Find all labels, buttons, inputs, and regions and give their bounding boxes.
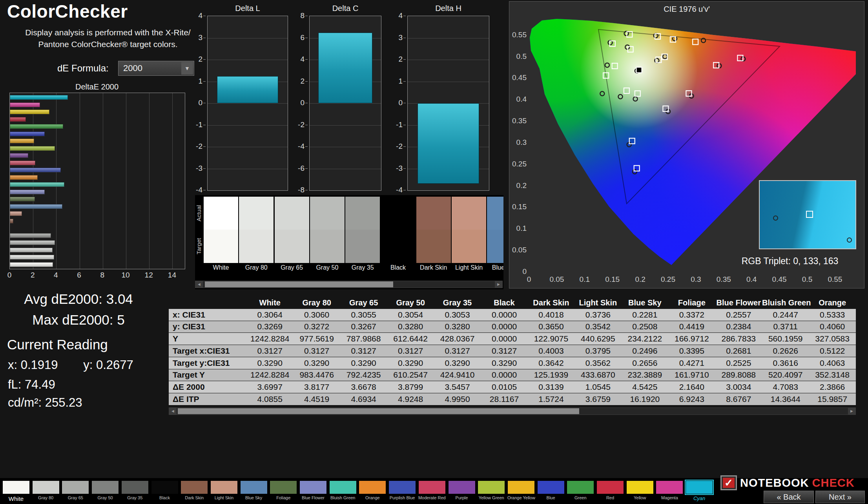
patch-button[interactable]: Foliage <box>270 480 297 500</box>
patch-color[interactable] <box>62 480 89 494</box>
patch-color[interactable] <box>181 480 208 494</box>
max-de2000: Max dE2000: 5 <box>12 310 145 331</box>
cie-y-tick: 0 <box>509 267 527 276</box>
table-scrollbar[interactable] <box>169 407 856 415</box>
patch-color[interactable] <box>270 480 297 494</box>
de-formula-value: 2000 <box>123 63 142 73</box>
table-cell: 0.3650 <box>528 322 574 331</box>
actual-swatch <box>275 197 309 230</box>
deltae-bar <box>10 161 35 165</box>
table-cell: 2.1640 <box>668 382 715 392</box>
axis-tick-mark <box>305 59 308 60</box>
axis-tick-mark <box>403 59 406 60</box>
table-cell: 0.4018 <box>528 310 574 320</box>
table-column-header: Gray 50 <box>387 298 434 307</box>
scroll-left-icon[interactable] <box>195 281 203 288</box>
deltae-bar <box>10 190 45 194</box>
patch-color[interactable] <box>478 480 505 494</box>
patch-button[interactable]: Green <box>567 480 594 500</box>
swatch-strip-scrollbar[interactable] <box>195 281 503 288</box>
scroll-left-icon[interactable] <box>169 408 177 415</box>
cie-whitepoint-marker <box>636 67 642 73</box>
patch-color[interactable] <box>537 480 565 494</box>
patch-button[interactable]: Purplish Blue <box>388 480 416 500</box>
delta-bar <box>318 33 372 103</box>
patch-color[interactable] <box>210 480 238 494</box>
patch-label: Red <box>596 495 624 500</box>
table-cell: 612.6442 <box>387 334 434 343</box>
cie-x-tick: 0.2 <box>629 275 652 284</box>
deltae-bar <box>10 95 68 100</box>
patch-button[interactable]: Gray 65 <box>62 480 89 500</box>
patch-button[interactable]: Moderate Red <box>418 480 446 500</box>
scrollbar-thumb[interactable] <box>205 281 393 287</box>
patch-color[interactable] <box>686 480 713 494</box>
table-cell: 3.6678 <box>340 382 387 392</box>
patch-button[interactable]: White <box>2 480 30 502</box>
cie-zoom-inset <box>759 180 856 249</box>
patch-color[interactable] <box>656 480 683 494</box>
patch-color[interactable] <box>388 480 416 494</box>
patch-color[interactable] <box>507 480 535 494</box>
patch-button[interactable]: Blue Flower <box>299 480 327 500</box>
target-row-label: Target <box>195 230 203 263</box>
patch-button[interactable]: Black <box>151 480 179 500</box>
patch-button[interactable]: Magenta <box>656 480 683 500</box>
patch-button[interactable]: Orange <box>359 480 386 500</box>
table-cell: 983.4476 <box>293 370 340 380</box>
patch-button[interactable]: Bluish Green <box>329 480 357 500</box>
patch-button[interactable]: Blue <box>537 480 565 500</box>
patch-color[interactable] <box>626 480 654 494</box>
patch-color[interactable] <box>418 480 446 494</box>
scrollbar-thumb[interactable] <box>178 408 579 414</box>
patch-button[interactable]: Yellow <box>626 480 654 500</box>
table-cell: 3.5457 <box>434 382 481 392</box>
axis-tick-mark <box>305 190 308 190</box>
patch-button[interactable]: Gray 80 <box>32 480 60 500</box>
patch-button[interactable]: Gray 50 <box>91 480 119 500</box>
table-column-header: Blue Sky <box>622 298 668 307</box>
table-column-header: Light Skin <box>574 298 621 307</box>
delta-axis-tick: 2 <box>187 55 202 64</box>
patch-button[interactable]: Cyan <box>686 480 713 501</box>
patch-color[interactable] <box>448 480 476 494</box>
patch-color[interactable] <box>2 480 30 494</box>
deltae-bar <box>10 139 34 143</box>
patch-color[interactable] <box>596 480 624 494</box>
patch-button[interactable]: Red <box>596 480 624 500</box>
scroll-right-icon[interactable] <box>848 408 855 415</box>
scroll-right-icon[interactable] <box>495 281 502 288</box>
patch-button[interactable]: Blue Sky <box>240 480 268 500</box>
table-cell: 520.4097 <box>762 370 809 380</box>
table-cell: 0.0000 <box>481 370 527 380</box>
patch-color[interactable] <box>32 480 60 494</box>
cie-x-tick: 0.55 <box>823 275 847 284</box>
axis-tick-mark <box>203 168 206 169</box>
actual-swatch <box>204 197 238 230</box>
patch-color[interactable] <box>567 480 594 494</box>
patch-color[interactable] <box>151 480 179 494</box>
delta-axis-tick: 8 <box>289 11 305 20</box>
patch-color[interactable] <box>359 480 386 494</box>
patch-color[interactable] <box>329 480 357 494</box>
patch-button[interactable]: Orange Yellow <box>507 480 535 500</box>
patch-color[interactable] <box>240 480 268 494</box>
actual-swatch <box>310 197 345 230</box>
patch-button[interactable]: Purple <box>448 480 476 500</box>
patch-button[interactable]: Dark Skin <box>181 480 208 500</box>
logo-text-check: CHECK <box>812 477 855 489</box>
patch-color[interactable] <box>91 480 119 494</box>
deltae-bar <box>10 240 55 245</box>
patch-button[interactable]: Gray 35 <box>121 480 149 500</box>
deltae-bar <box>10 197 35 201</box>
patch-label: Magenta <box>656 495 683 500</box>
table-row-label: ΔE ITP <box>169 394 246 404</box>
back-button[interactable]: « Back <box>764 491 814 503</box>
table-cell: 4.4519 <box>293 394 340 404</box>
patch-button[interactable]: Yellow Green <box>478 480 505 500</box>
patch-button[interactable]: Light Skin <box>210 480 238 500</box>
de-formula-dropdown[interactable]: 2000 <box>118 61 194 76</box>
next-button[interactable]: Next » <box>815 491 865 503</box>
patch-color[interactable] <box>299 480 327 494</box>
patch-color[interactable] <box>121 480 149 494</box>
